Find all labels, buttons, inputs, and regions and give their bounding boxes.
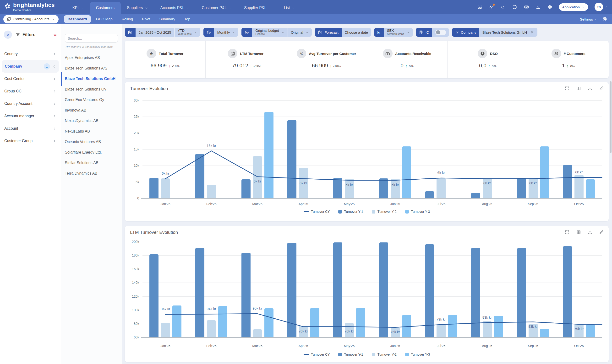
ic-button[interactable]: IC: [416, 28, 432, 37]
currency-dropdown[interactable]: SEKSwedish krona: [384, 28, 413, 37]
calendar-search-button[interactable]: [125, 28, 136, 37]
sidebar-item-company[interactable]: Company1: [2, 60, 59, 73]
bell-icon[interactable]: [500, 4, 506, 10]
nav-item-supplier-p-l[interactable]: Supplier P&L: [238, 2, 278, 14]
sidebar-item-account-manager[interactable]: Account manager: [0, 110, 61, 122]
sidebar-item-country[interactable]: Country: [0, 48, 61, 60]
legend-item-turnover-cy[interactable]: Turnover CY: [304, 210, 330, 214]
company-item-invonova-ab[interactable]: Invonova AB: [65, 105, 118, 116]
company-item-stellar-solutions-ab[interactable]: Stellar Solutions AB: [65, 158, 118, 168]
sidebar-item-cost-center[interactable]: Cost Center: [0, 73, 61, 85]
application-menu-label: Application: [562, 5, 580, 9]
company-item-apex-enterprises-as[interactable]: Apex Enterprises AS: [65, 52, 118, 63]
legend-item-turnover-y-1[interactable]: Turnover Y-1: [338, 210, 363, 214]
ic-toggle[interactable]: [435, 30, 446, 35]
company-item-solarflare-energy-ltd[interactable]: Solarflare Energy Ltd.: [65, 147, 118, 158]
tab-top[interactable]: Top: [180, 15, 194, 23]
sidebar-item-customer-group[interactable]: Customer Group: [0, 135, 61, 147]
currency-symbol-button[interactable]: kr: [374, 28, 384, 37]
company-item-label: Apex Enterprises AS: [65, 56, 100, 60]
close-icon[interactable]: [530, 30, 534, 35]
sidebar-item-label: Group CC: [4, 89, 22, 93]
legend-item-turnover-cy[interactable]: Turnover CY: [304, 352, 330, 356]
user-menu[interactable]: TS: [595, 3, 607, 11]
budget-icon-button[interactable]: B: [242, 28, 252, 37]
nav-item-kpi[interactable]: KPI: [66, 2, 90, 14]
date-range-button[interactable]: Jan 2025 - Oct 2025: [136, 28, 174, 37]
sidebar-item-country-account[interactable]: Country Account: [0, 97, 61, 110]
nav-item-list[interactable]: List: [278, 2, 301, 14]
chat-icon[interactable]: [512, 4, 517, 10]
chevron-right-icon: [53, 90, 56, 93]
tab-dashboard[interactable]: Dashboard: [64, 15, 91, 23]
tab-geo-map[interactable]: GEO Map: [92, 15, 116, 23]
chart-plot: 05k10k15k20k25k30kJan'25Feb'25Mar'25Apr'…: [125, 82, 609, 221]
company-item-oceanic-ventures-ab[interactable]: Oceanic Ventures AB: [65, 137, 118, 147]
bar-turnover-y-1: [425, 244, 434, 337]
database-sync-icon[interactable]: [477, 4, 482, 10]
print-icon[interactable]: [602, 17, 607, 22]
budget-dropdown[interactable]: Original budgetFinance: [252, 28, 287, 37]
y-axis-tick: 120k: [125, 295, 139, 298]
download-icon[interactable]: [535, 4, 541, 10]
legend-label: Turnover Y-3: [411, 352, 430, 356]
forecast-date-button[interactable]: Choose a date: [342, 28, 371, 37]
keyboard-icon[interactable]: [524, 4, 529, 10]
application-menu-button[interactable]: Application: [559, 3, 588, 11]
tab-pivot[interactable]: Pivot: [138, 15, 154, 23]
view-selector[interactable]: Controlling - Accounts: [3, 15, 59, 23]
nav-item-label: Accounts P&L: [160, 6, 185, 10]
search-input[interactable]: [68, 36, 115, 40]
forecast-date-placeholder: Choose a date: [345, 30, 368, 34]
bar-turnover-y-3: [540, 329, 549, 337]
nav-item-accounts-p-l[interactable]: Accounts P&L: [154, 2, 196, 14]
topnav-actions: Application TS: [477, 3, 612, 11]
activity-pulse-icon[interactable]: [489, 4, 494, 10]
legend-item-turnover-y-3[interactable]: Turnover Y-3: [405, 352, 430, 356]
company-chip-field[interactable]: Company: [452, 28, 479, 37]
frequency-dropdown[interactable]: Monthly: [214, 28, 239, 37]
legend-label: Turnover CY: [311, 210, 330, 214]
settings-button[interactable]: Settings: [580, 17, 598, 21]
y-axis-tick: 140k: [125, 281, 139, 285]
nav-item-suppliers[interactable]: Suppliers: [121, 2, 154, 14]
legend-item-turnover-y-1[interactable]: Turnover Y-1: [338, 352, 363, 356]
tab-rolling[interactable]: Rolling: [118, 15, 137, 23]
sidebar-item-account[interactable]: Account: [0, 122, 61, 135]
nav-item-customer-p-l[interactable]: Customer P&L: [196, 2, 238, 14]
tab-summary[interactable]: Summary: [156, 15, 179, 23]
forecast-button[interactable]: Forecast: [315, 28, 341, 37]
company-item-greeneco-ventures-oy[interactable]: GreenEco Ventures Oy: [65, 95, 118, 105]
legend-item-turnover-y-2[interactable]: Turnover Y-2: [372, 210, 397, 214]
x-axis-label: Feb'25: [206, 202, 216, 206]
period-mode-label: YTD: [178, 29, 192, 33]
company-item-label: Terra Dynamics AB: [65, 171, 97, 176]
company-item-blaze-tech-solutions-gmbh[interactable]: Blaze Tech Solutions GmbH: [65, 74, 118, 84]
company-item-nexusdynamics-ab[interactable]: NexusDynamics AB: [65, 116, 118, 126]
data-label: 94k kr: [161, 307, 170, 311]
company-chip-value[interactable]: Blaze Tech Solutions GmbH: [479, 28, 537, 37]
budget-version-dropdown[interactable]: Original: [288, 28, 312, 37]
x-axis-label: Jul'25: [437, 202, 445, 206]
legend-item-turnover-y-3[interactable]: Turnover Y-3: [405, 210, 430, 214]
ltm-turnover-evolution-card: LTM Turnover Evolution 60k80k100k120k140…: [125, 226, 609, 362]
x-axis-label: May'25: [344, 202, 355, 206]
collapse-panel-button[interactable]: [4, 31, 12, 39]
frequency-label: Monthly: [217, 30, 230, 34]
legend-item-turnover-y-2[interactable]: Turnover Y-2: [372, 352, 397, 356]
sidebar-item-group-cc[interactable]: Group CC: [0, 85, 61, 97]
company-item-terra-dynamics-ab[interactable]: Terra Dynamics AB: [65, 168, 118, 179]
bar-turnover-y-3: [402, 315, 411, 337]
company-item-blaze-tech-solutions-oy[interactable]: Blaze Tech Solutions Oy: [65, 84, 118, 95]
company-item-nexuslabs-ab[interactable]: NexusLabs AB: [65, 126, 118, 137]
ic-label: IC: [425, 30, 429, 34]
company-item-blaze-tech-solutions-a-s[interactable]: Blaze Tech Solutions A/S: [65, 63, 118, 74]
page-scrollbar[interactable]: [610, 81, 612, 153]
period-mode-dropdown[interactable]: YTDYear to date: [174, 28, 200, 37]
clock-button[interactable]: [204, 28, 214, 37]
chevron-down-icon: [269, 6, 272, 10]
clear-filters-icon[interactable]: [52, 32, 57, 37]
nav-item-customers[interactable]: Customers: [90, 2, 121, 14]
collapse-icon[interactable]: [547, 4, 553, 10]
y-axis-tick: 10k: [125, 164, 139, 168]
